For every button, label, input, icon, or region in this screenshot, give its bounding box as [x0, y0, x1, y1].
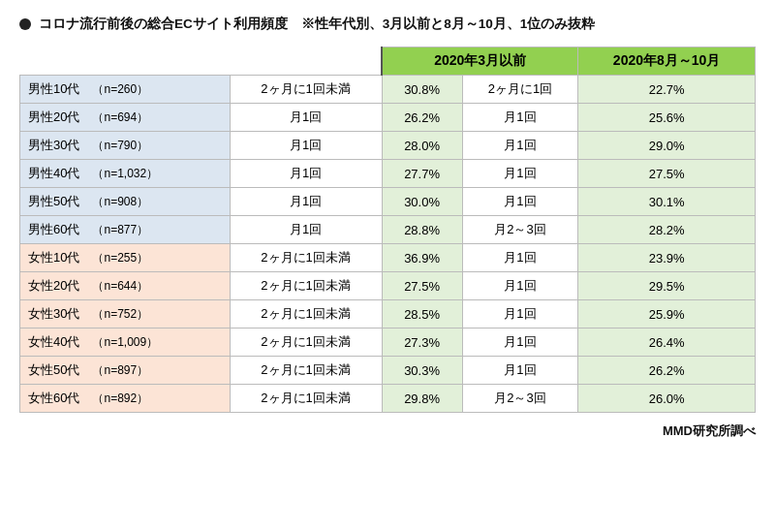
row-freq-after: 月1回 [462, 188, 578, 216]
row-pct-after: 22.7% [578, 76, 756, 104]
row-freq-before: 2ヶ月に1回未満 [230, 272, 382, 300]
row-label-name: 女性60代 （n=892） [20, 385, 231, 413]
row-label-name: 男性20代 （n=694） [20, 104, 231, 132]
row-label-name: 女性40代 （n=1,009） [20, 329, 231, 357]
row-label-name: 女性30代 （n=752） [20, 300, 231, 329]
credit-text: MMD研究所調べ [19, 422, 756, 440]
row-label-name: 男性10代 （n=260） [20, 76, 231, 104]
row-pct-after: 27.5% [578, 160, 756, 188]
table-row: 女性60代 （n=892） 2ヶ月に1回未満 29.8% 月2～3回 26.0% [20, 385, 756, 413]
corner-cell [20, 47, 383, 76]
table-row: 女性30代 （n=752） 2ヶ月に1回未満 28.5% 月1回 25.9% [20, 300, 756, 329]
row-pct-before: 28.0% [382, 132, 462, 160]
row-pct-after: 28.2% [578, 216, 756, 244]
row-freq-before: 月1回 [230, 188, 382, 216]
row-freq-before: 月1回 [230, 132, 382, 160]
header-top-row: 2020年3月以前 2020年8月～10月 [20, 47, 756, 76]
row-pct-before: 27.5% [382, 272, 462, 300]
row-freq-after: 月1回 [462, 104, 578, 132]
row-freq-after: 月1回 [462, 300, 578, 329]
data-table: 2020年3月以前 2020年8月～10月 男性10代 （n=260） 2ヶ月に… [19, 47, 756, 413]
row-freq-after: 月2～3回 [462, 216, 578, 244]
row-freq-before: 2ヶ月に1回未満 [230, 244, 382, 272]
row-freq-after: 月1回 [462, 132, 578, 160]
row-pct-before: 28.5% [382, 300, 462, 329]
row-pct-after: 29.5% [578, 272, 756, 300]
row-label-name: 女性50代 （n=897） [20, 357, 231, 385]
table-row: 男性30代 （n=790） 月1回 28.0% 月1回 29.0% [20, 132, 756, 160]
chart-title: コロナ流行前後の総合ECサイト利用頻度 ※性年代別、3月以前と8月～10月、1位… [39, 16, 595, 33]
row-label-name: 男性40代 （n=1,032） [20, 160, 231, 188]
row-pct-after: 30.1% [578, 188, 756, 216]
table-row: 女性10代 （n=255） 2ヶ月に1回未満 36.9% 月1回 23.9% [20, 244, 756, 272]
row-pct-before: 27.7% [382, 160, 462, 188]
row-pct-after: 29.0% [578, 132, 756, 160]
bullet-icon [19, 18, 31, 30]
row-freq-after: 月1回 [462, 329, 578, 357]
row-freq-before: 2ヶ月に1回未満 [230, 300, 382, 329]
row-pct-before: 28.8% [382, 216, 462, 244]
row-pct-after: 26.0% [578, 385, 756, 413]
row-label-name: 男性30代 （n=790） [20, 132, 231, 160]
row-freq-after: 月1回 [462, 160, 578, 188]
row-pct-after: 26.4% [578, 329, 756, 357]
row-pct-before: 30.3% [382, 357, 462, 385]
table-body: 男性10代 （n=260） 2ヶ月に1回未満 30.8% 2ヶ月に1回 22.7… [20, 76, 756, 413]
table-row: 男性40代 （n=1,032） 月1回 27.7% 月1回 27.5% [20, 160, 756, 188]
table-row: 男性50代 （n=908） 月1回 30.0% 月1回 30.1% [20, 188, 756, 216]
row-pct-before: 26.2% [382, 104, 462, 132]
row-freq-after: 月1回 [462, 272, 578, 300]
row-freq-before: 月1回 [230, 160, 382, 188]
row-pct-before: 29.8% [382, 385, 462, 413]
row-freq-before: 2ヶ月に1回未満 [230, 385, 382, 413]
row-label-name: 女性20代 （n=644） [20, 272, 231, 300]
table-row: 女性20代 （n=644） 2ヶ月に1回未満 27.5% 月1回 29.5% [20, 272, 756, 300]
row-pct-after: 25.6% [578, 104, 756, 132]
row-pct-before: 30.8% [382, 76, 462, 104]
table-row: 男性20代 （n=694） 月1回 26.2% 月1回 25.6% [20, 104, 756, 132]
header-before: 2020年3月以前 [382, 47, 578, 76]
row-freq-after: 月1回 [462, 357, 578, 385]
row-pct-after: 26.2% [578, 357, 756, 385]
header-after: 2020年8月～10月 [578, 47, 756, 76]
row-label-name: 男性60代 （n=877） [20, 216, 231, 244]
row-label-name: 男性50代 （n=908） [20, 188, 231, 216]
table-row: 女性40代 （n=1,009） 2ヶ月に1回未満 27.3% 月1回 26.4% [20, 329, 756, 357]
row-freq-before: 2ヶ月に1回未満 [230, 329, 382, 357]
row-freq-before: 2ヶ月に1回未満 [230, 357, 382, 385]
row-pct-after: 23.9% [578, 244, 756, 272]
row-pct-before: 36.9% [382, 244, 462, 272]
row-freq-before: 月1回 [230, 216, 382, 244]
title-row: コロナ流行前後の総合ECサイト利用頻度 ※性年代別、3月以前と8月～10月、1位… [19, 16, 756, 33]
table-row: 女性50代 （n=897） 2ヶ月に1回未満 30.3% 月1回 26.2% [20, 357, 756, 385]
row-freq-before: 月1回 [230, 104, 382, 132]
row-pct-before: 30.0% [382, 188, 462, 216]
row-pct-after: 25.9% [578, 300, 756, 329]
row-freq-after: 月1回 [462, 244, 578, 272]
row-pct-before: 27.3% [382, 329, 462, 357]
row-freq-before: 2ヶ月に1回未満 [230, 76, 382, 104]
table-row: 男性60代 （n=877） 月1回 28.8% 月2～3回 28.2% [20, 216, 756, 244]
row-label-name: 女性10代 （n=255） [20, 244, 231, 272]
row-freq-after: 2ヶ月に1回 [462, 76, 578, 104]
row-freq-after: 月2～3回 [462, 385, 578, 413]
table-row: 男性10代 （n=260） 2ヶ月に1回未満 30.8% 2ヶ月に1回 22.7… [20, 76, 756, 104]
